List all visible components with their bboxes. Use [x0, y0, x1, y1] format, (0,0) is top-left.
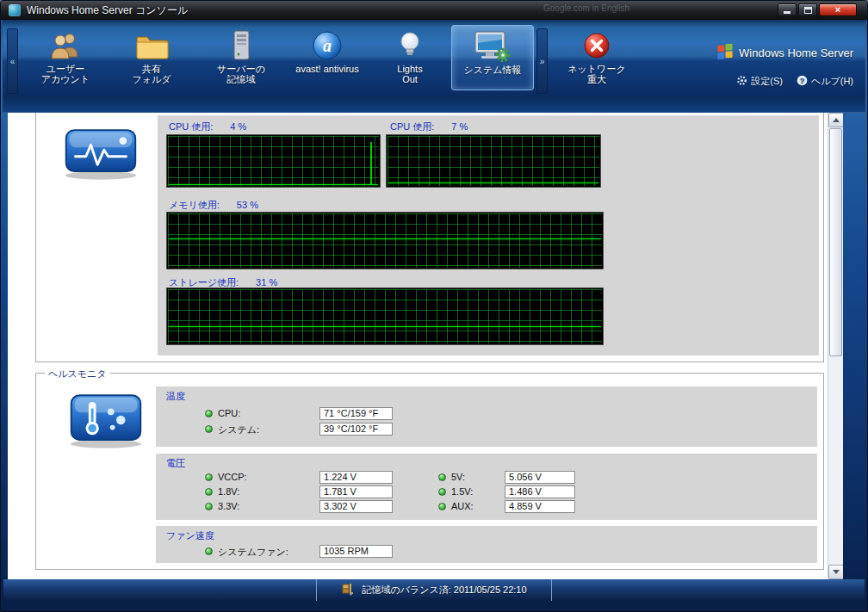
- arrow-down-icon: [833, 570, 840, 574]
- whs-console-window: Windows Home Server コンソール Google.com in …: [0, 0, 868, 612]
- background-window-bleed-text: Google.com in English: [543, 3, 629, 13]
- voltage-row-1v5: 1.5V: 1.486 V: [156, 485, 817, 498]
- system-temp-value: 39 °C/102 °F: [319, 423, 393, 436]
- memory-usage-line: [169, 238, 601, 239]
- help-link[interactable]: ? ヘルプ(H): [797, 75, 853, 88]
- windows-flag-icon: [716, 42, 734, 63]
- window-controls: ×: [778, 3, 857, 16]
- minimize-button[interactable]: [778, 3, 797, 16]
- fan-speed-panel: ファン速度 システムファン: 1035 RPM: [156, 526, 817, 563]
- help-icon: ?: [797, 75, 808, 88]
- app-icon: [9, 4, 21, 16]
- v5-label: 5V:: [451, 472, 465, 482]
- settings-label: 設定(S): [751, 75, 783, 88]
- toolbar-item-label: Lights Out: [397, 64, 422, 84]
- graph-grid: [168, 136, 379, 186]
- scroll-up-button[interactable]: [828, 113, 843, 127]
- toolbar-item-system-info[interactable]: システム情報: [451, 25, 534, 90]
- toolbar-item-label: 共有 フォルダ: [132, 64, 170, 84]
- health-monitor-legend: ヘルスモニタ: [45, 368, 110, 380]
- status-led-green: [438, 503, 446, 510]
- aux-label: AUX:: [451, 501, 474, 511]
- toolbar-item-shared-folders[interactable]: 共有 フォルダ: [108, 25, 195, 90]
- toolbar-item-network-critical[interactable]: ネットワーク 重大: [552, 25, 642, 90]
- status-led-green: [438, 473, 446, 481]
- storage-balance-icon: [341, 583, 355, 597]
- cpu2-usage-caption: CPU 使用:: [390, 121, 434, 132]
- lightbulb-icon: [397, 28, 423, 64]
- maximize-icon: [804, 7, 812, 14]
- memory-usage-caption: メモリ使用:: [169, 200, 220, 210]
- performance-monitor-icon: [61, 123, 140, 185]
- v15-label: 1.5V:: [451, 486, 473, 497]
- cpu-temp-value: 71 °C/159 °F: [319, 407, 393, 420]
- memory-usage-graph: [166, 212, 604, 269]
- titlebar[interactable]: Windows Home Server コンソール Google.com in …: [1, 1, 867, 20]
- gear-icon: [736, 75, 747, 88]
- cpu1-usage-label: CPU 使用:4 %: [169, 121, 246, 133]
- storage-usage-line: [169, 326, 601, 327]
- voltage-title: 電圧: [166, 457, 185, 470]
- cpu2-usage-value: 7 %: [451, 121, 468, 132]
- storage-usage-graph: [166, 287, 604, 345]
- cpu1-usage-graph: [166, 134, 381, 188]
- toolbar-lower-band: [3, 96, 865, 113]
- cpu1-usage-value: 4 %: [230, 121, 246, 132]
- temperature-row-system: システム: 39 °C/102 °F: [156, 423, 817, 436]
- temperature-row-cpu: CPU: 71 °C/159 °F: [156, 407, 817, 420]
- cpu2-usage-label: CPU 使用:7 %: [390, 121, 468, 133]
- scrollbar-thumb[interactable]: [829, 128, 842, 356]
- close-button[interactable]: ×: [819, 3, 857, 16]
- window-title: Windows Home Server コンソール: [27, 3, 188, 18]
- toolbar-item-user-accounts[interactable]: ユーザー アカウント: [22, 25, 108, 90]
- cpu1-usage-line: [169, 184, 378, 185]
- aux-value: 4.859 V: [505, 500, 575, 513]
- voltage-row-5v: 5V: 5.056 V: [156, 471, 817, 484]
- network-critical-icon: [581, 28, 612, 64]
- toolbar-item-label: avast! antivirus: [295, 64, 358, 74]
- maximize-button[interactable]: [798, 3, 817, 16]
- system-temp-label: システム:: [218, 423, 259, 436]
- v5-value: 5.056 V: [505, 471, 575, 484]
- svg-text:a: a: [323, 36, 332, 55]
- system-fan-value: 1035 RPM: [319, 545, 393, 558]
- scroll-down-button[interactable]: [828, 565, 843, 579]
- storage-balance-status: 記憶域のバランス済: 2011/05/25 22:10: [316, 579, 551, 601]
- content-area: CPU 使用:4 % CPU 使用:7 % メモリ使用:53 %: [8, 113, 843, 579]
- temperature-panel: 温度 CPU: 71 °C/159 °F システム: 39 °C/102 °F: [156, 386, 817, 447]
- avast-icon: a: [311, 28, 344, 64]
- toolbar-scroll-left-button[interactable]: «: [7, 28, 18, 94]
- shared-folders-icon: [134, 28, 169, 64]
- settings-link[interactable]: 設定(S): [736, 75, 783, 88]
- arrow-up-icon: [833, 118, 840, 122]
- fan-row-system: システムファン: 1035 RPM: [156, 545, 817, 558]
- memory-usage-label: メモリ使用:53 %: [169, 199, 258, 212]
- toolbar-item-label: ユーザー アカウント: [41, 64, 90, 84]
- graph-grid: [168, 213, 602, 268]
- performance-panel: CPU 使用:4 % CPU 使用:7 % メモリ使用:53 %: [158, 115, 819, 355]
- toolbar-item-lights-out[interactable]: Lights Out: [370, 25, 450, 90]
- system-fan-label: システムファン:: [218, 546, 288, 559]
- brand-logo: Windows Home Server: [716, 42, 853, 63]
- toolbar-items: ユーザー アカウント 共有 フォルダ: [22, 25, 642, 94]
- cpu2-usage-line: [388, 182, 598, 183]
- temperature-title: 温度: [166, 390, 185, 403]
- storage-usage-caption: ストレージ使用:: [169, 277, 239, 287]
- graph-grid: [168, 289, 602, 343]
- toolbar-item-label: ネットワーク 重大: [567, 64, 625, 84]
- server-storage-icon: [226, 28, 257, 64]
- cpu1-usage-spike: [370, 142, 372, 185]
- toolbar: « ユーザー アカウント: [3, 20, 865, 96]
- toolbar-item-avast-antivirus[interactable]: a avast! antivirus: [286, 25, 369, 90]
- toolbar-item-server-storage[interactable]: サーバーの 記憶域: [196, 25, 286, 90]
- status-led-green: [205, 410, 213, 417]
- toolbar-options: 設定(S) ? ヘルプ(H): [736, 75, 853, 88]
- statusbar: 記憶域のバランス済: 2011/05/25 22:10: [3, 579, 865, 601]
- minimize-icon: [784, 11, 790, 14]
- fan-speed-title: ファン速度: [166, 529, 214, 542]
- cpu2-usage-graph: [386, 134, 601, 188]
- toolbar-scroll-right-button[interactable]: »: [536, 28, 548, 94]
- voltage-panel: 電圧 VCCP: 1.224 V 1.8V: 1.781 V 3.3V: 3.3…: [156, 454, 817, 520]
- storage-usage-value: 31 %: [256, 277, 277, 287]
- vertical-scrollbar[interactable]: [828, 113, 843, 579]
